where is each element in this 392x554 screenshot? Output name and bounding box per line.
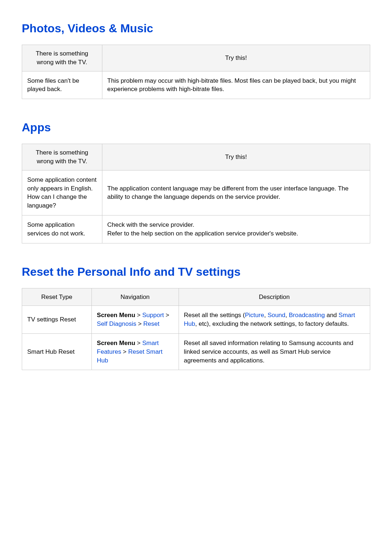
nav-sep: > [121,348,128,355]
nav-link-self-diagnosis: Self Diagnosis [97,320,136,327]
table-row: Some files can't be played back. This pr… [22,71,370,99]
apps-row1-fix-line1: Check with the service provider. [107,221,195,228]
table-row: Smart Hub Reset Screen Menu > Smart Feat… [22,333,370,370]
nav-sep: > [135,312,142,319]
table-row: Some application content only appears in… [22,170,370,215]
reset-row1-desc: Reset all saved information relating to … [179,333,370,370]
apps-row0-fix: The application content language may be … [102,170,370,215]
photos-row0-fix: This problem may occur with high-bitrate… [102,71,370,99]
reset-header-desc: Description [179,288,370,306]
nav-sep: > [164,312,170,319]
section-apps: Apps There is something wrong with the T… [22,121,370,243]
nav-prefix: Screen Menu [97,340,135,346]
reset-table: Reset Type Navigation Description TV set… [22,288,370,370]
photos-header-fix: Try this! [102,45,370,71]
nav-link-support: Support [142,312,164,319]
desc-text: and [325,312,339,319]
desc-text: , [285,312,289,319]
apps-row1-fix: Check with the service provider. Refer t… [102,215,370,243]
heading-reset: Reset the Personal Info and TV settings [22,265,370,279]
table-header-row: There is something wrong with the TV. Tr… [22,45,370,71]
nav-prefix: Screen Menu [97,312,135,319]
heading-photos-videos-music: Photos, Videos & Music [22,22,370,35]
section-reset: Reset the Personal Info and TV settings … [22,265,370,370]
photos-table: There is something wrong with the TV. Tr… [22,45,370,99]
nav-sep: > [136,320,143,327]
section-photos: Photos, Videos & Music There is somethin… [22,22,370,99]
apps-row1-fix-line2: Refer to the help section on the applica… [107,230,298,237]
desc-text: Reset all the settings ( [184,312,245,319]
reset-row0-nav: Screen Menu > Support > Self Diagnosis >… [91,306,179,334]
reset-row1-nav: Screen Menu > Smart Features > Reset Sma… [91,333,179,370]
reset-row0-type: TV settings Reset [22,306,92,334]
desc-link-broadcasting: Broadcasting [289,312,325,319]
reset-row0-desc: Reset all the settings (Picture, Sound, … [179,306,370,334]
reset-header-nav: Navigation [91,288,179,306]
desc-link-sound: Sound [268,312,285,319]
apps-header-fix: Try this! [102,144,370,171]
nav-link-reset: Reset [143,320,159,327]
table-header-row: There is something wrong with the TV. Tr… [22,144,370,171]
photos-row0-issue: Some files can't be played back. [22,71,102,99]
table-row: Some application services do not work. C… [22,215,370,243]
table-row: TV settings Reset Screen Menu > Support … [22,306,370,334]
heading-apps: Apps [22,121,370,134]
reset-header-type: Reset Type [22,288,92,306]
desc-link-picture: Picture [245,312,264,319]
nav-sep: > [135,340,142,346]
desc-text: , [264,312,268,319]
photos-header-issue: There is something wrong with the TV. [22,45,102,71]
apps-row1-issue: Some application services do not work. [22,215,102,243]
document-page: Photos, Videos & Music There is somethin… [0,0,392,414]
apps-table: There is something wrong with the TV. Tr… [22,144,370,243]
reset-row1-type: Smart Hub Reset [22,333,92,370]
apps-header-issue: There is something wrong with the TV. [22,144,102,171]
desc-text: , etc), excluding the network settings, … [195,320,349,327]
apps-row0-issue: Some application content only appears in… [22,170,102,215]
table-header-row: Reset Type Navigation Description [22,288,370,306]
